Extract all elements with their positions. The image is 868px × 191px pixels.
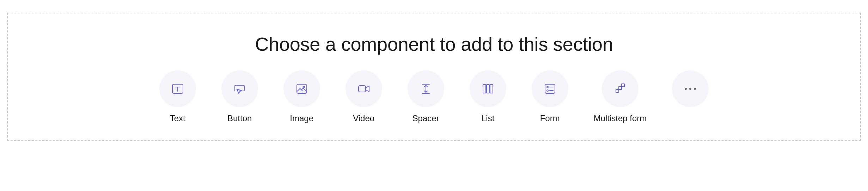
svg-rect-7 xyxy=(545,84,555,93)
add-component-section: Choose a component to add to this sectio… xyxy=(7,13,861,141)
component-option-list[interactable]: List xyxy=(470,70,506,123)
button-cursor-icon xyxy=(221,70,258,107)
component-label: Text xyxy=(170,113,185,123)
more-icon xyxy=(672,70,709,107)
svg-rect-6 xyxy=(490,85,493,93)
component-label: Spacer xyxy=(412,113,439,123)
section-heading: Choose a component to add to this sectio… xyxy=(255,33,613,55)
component-option-form[interactable]: Form xyxy=(532,70,568,123)
component-label: Form xyxy=(540,113,560,123)
component-label: Image xyxy=(290,113,313,123)
svg-rect-3 xyxy=(359,86,366,92)
component-option-more[interactable] xyxy=(672,70,709,113)
component-option-multistep-form[interactable]: Multistep form xyxy=(594,70,647,123)
component-option-text[interactable]: Text xyxy=(159,70,196,123)
svg-point-9 xyxy=(547,90,548,91)
component-option-image[interactable]: Image xyxy=(283,70,320,123)
component-options-row: Text Button Image xyxy=(159,70,709,123)
component-label: Multistep form xyxy=(594,113,647,123)
svg-rect-1 xyxy=(297,84,307,93)
component-label: List xyxy=(481,113,494,123)
component-option-video[interactable]: Video xyxy=(346,70,382,123)
spacer-icon xyxy=(408,70,444,107)
list-columns-icon xyxy=(470,70,506,107)
multistep-icon xyxy=(602,70,638,107)
component-label: Button xyxy=(227,113,252,123)
svg-point-2 xyxy=(303,86,305,88)
svg-rect-4 xyxy=(483,85,486,93)
component-option-spacer[interactable]: Spacer xyxy=(408,70,444,123)
component-label: Video xyxy=(353,113,374,123)
form-icon xyxy=(532,70,568,107)
text-icon xyxy=(159,70,196,107)
component-option-button[interactable]: Button xyxy=(221,70,258,123)
image-icon xyxy=(283,70,320,107)
svg-point-8 xyxy=(547,86,548,88)
video-icon xyxy=(346,70,382,107)
svg-rect-5 xyxy=(487,85,489,93)
